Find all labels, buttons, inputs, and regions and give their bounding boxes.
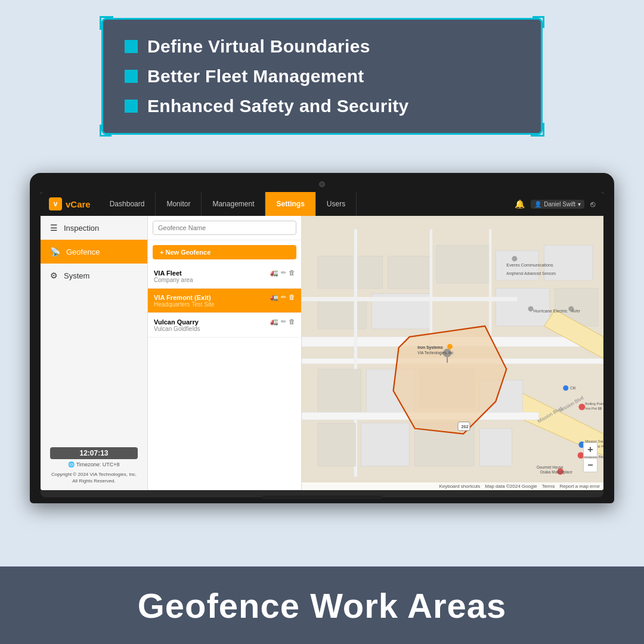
list-panel: + New Geofence VIA Fleet 🚛 ✏ 🗑	[148, 216, 302, 490]
nav-right: 🔔 👤 Daniel Swift ▾ ⎋	[506, 199, 603, 209]
map-footer: Keyboard shortcuts Map data ©2024 Google…	[302, 482, 603, 490]
tab-users[interactable]: Users	[316, 192, 357, 216]
bell-icon[interactable]: 🔔	[515, 199, 525, 209]
svg-rect-23	[361, 423, 409, 466]
sidebar-item-system-label: System	[64, 271, 89, 280]
geofence-row-2[interactable]: VIA Fremont (Exit) 🚛 ✏ 🗑 Headquarters Te…	[148, 289, 301, 313]
feature-item-2: Better Fleet Management	[125, 66, 519, 86]
map-area: Everex Communications Amphenol Advanced …	[302, 216, 603, 490]
geofence-row-1-header: VIA Fleet 🚛 ✏ 🗑	[154, 269, 295, 277]
svg-rect-5	[436, 245, 490, 283]
map-svg: Everex Communications Amphenol Advanced …	[302, 216, 603, 490]
map-data-attribution: Map data ©2024 Google	[485, 484, 537, 489]
truck-icon-3[interactable]: 🚛	[270, 318, 278, 326]
svg-point-42	[563, 385, 568, 391]
nav-logo: v vCare	[41, 197, 99, 210]
bottom-section: Geofence Work Areas	[0, 566, 644, 644]
svg-point-44	[578, 404, 585, 410]
zoom-out-button[interactable]: −	[583, 458, 597, 472]
laptop-outer: v vCare Dashboard Monitor Management Set…	[30, 173, 614, 503]
tab-settings[interactable]: Settings	[265, 192, 315, 216]
chevron-down-icon: ▾	[578, 201, 581, 208]
svg-text:VIA Technologies, Inc: VIA Technologies, Inc	[417, 351, 453, 355]
feature-text-1: Define Virtual Boundaries	[147, 36, 370, 57]
nav-tabs: Dashboard Monitor Management Settings Us…	[99, 192, 506, 216]
truck-icon-2[interactable]: 🚛	[270, 293, 278, 301]
svg-rect-25	[479, 429, 512, 466]
svg-rect-22	[318, 423, 355, 466]
sidebar-bottom: 12:07:13 🌐 Timezone: UTC+8 Copyright © 2…	[41, 441, 147, 490]
svg-text:262: 262	[461, 425, 468, 430]
feature-box-wrapper: Define Virtual Boundaries Better Fleet M…	[101, 18, 543, 135]
edit-icon-3[interactable]: ✏	[281, 318, 286, 326]
edit-icon-2[interactable]: ✏	[281, 293, 286, 301]
geofence-sub-3: Vulcan Goldfields	[154, 326, 295, 332]
sidebar-item-inspection[interactable]: ☰ Inspection	[41, 216, 147, 240]
geofence-name-1: VIA Fleet	[154, 270, 182, 277]
laptop-screen: v vCare Dashboard Monitor Management Set…	[41, 192, 603, 490]
new-geofence-button[interactable]: + New Geofence	[153, 245, 296, 259]
map-controls: + −	[583, 442, 597, 472]
logo-icon: v	[49, 197, 62, 210]
sidebar-item-inspection-label: Inspection	[64, 224, 99, 233]
logo-text: vCare	[66, 199, 91, 209]
logout-icon[interactable]: ⎋	[590, 199, 595, 209]
sidebar-item-geofence-label: Geofence	[66, 247, 100, 256]
svg-text:Hurricane Electric: Hurricane Electric	[534, 308, 568, 314]
sidebar: ☰ Inspection 📡 Geofence ⚙ System 12:07:1…	[41, 216, 148, 490]
svg-point-36	[568, 306, 574, 311]
bullet-icon-1	[125, 40, 138, 53]
laptop-camera	[319, 181, 325, 187]
map-terms-link[interactable]: Terms	[542, 484, 555, 489]
svg-text:Gourmet House: Gourmet House	[537, 465, 564, 469]
map-keyboard-shortcuts[interactable]: Keyboard shortcuts	[439, 484, 480, 489]
svg-text:Hot Pot $$: Hot Pot $$	[585, 407, 602, 410]
system-icon: ⚙	[50, 271, 58, 280]
row-actions-3: 🚛 ✏ 🗑	[270, 318, 295, 326]
time-badge: 12:07:13	[50, 447, 138, 459]
geofence-icon: 📡	[50, 247, 60, 256]
svg-text:Boiling Point: Boiling Point	[585, 402, 603, 405]
truck-icon-1[interactable]: 🚛	[270, 269, 278, 277]
geofence-list: VIA Fleet 🚛 ✏ 🗑 Company area	[148, 264, 301, 490]
search-input[interactable]	[153, 221, 296, 235]
geofence-row-1[interactable]: VIA Fleet 🚛 ✏ 🗑 Company area	[148, 264, 301, 289]
tab-management[interactable]: Management	[202, 192, 265, 216]
geofence-sub-2: Headquarters Test Site	[154, 301, 295, 308]
tab-monitor[interactable]: Monitor	[156, 192, 202, 216]
geofence-row-3[interactable]: Vulcan Quarry 🚛 ✏ 🗑 Vulcan Goldfields	[148, 313, 301, 338]
feature-text-3: Enhanced Safety and Security	[147, 96, 409, 116]
svg-rect-10	[496, 289, 549, 326]
delete-icon-2[interactable]: 🗑	[289, 293, 295, 301]
globe-icon: 🌐	[68, 462, 75, 467]
svg-text:Citi: Citi	[570, 386, 575, 390]
delete-icon-1[interactable]: 🗑	[289, 269, 295, 277]
laptop-base	[41, 490, 603, 497]
timezone-label: 🌐 Timezone: UTC+8	[50, 462, 138, 467]
feature-item-3: Enhanced Safety and Security	[125, 96, 519, 116]
device-wrapper: v vCare Dashboard Monitor Management Set…	[30, 173, 614, 503]
tab-dashboard[interactable]: Dashboard	[99, 192, 156, 216]
svg-rect-18	[318, 369, 361, 412]
geofence-row-3-header: Vulcan Quarry 🚛 ✏ 🗑	[154, 318, 295, 326]
svg-rect-4	[388, 256, 431, 288]
geofence-row-2-header: VIA Fremont (Exit) 🚛 ✏ 🗑	[154, 293, 295, 301]
corner-tr	[532, 16, 544, 28]
edit-icon-1[interactable]: ✏	[281, 269, 286, 277]
search-bar	[148, 216, 301, 240]
svg-point-39	[447, 344, 453, 349]
navbar: v vCare Dashboard Monitor Management Set…	[41, 192, 603, 216]
nav-user[interactable]: 👤 Daniel Swift ▾	[531, 200, 584, 209]
delete-icon-3[interactable]: 🗑	[289, 318, 295, 326]
svg-point-35	[528, 306, 534, 311]
corner-tl	[100, 16, 112, 28]
sidebar-item-geofence[interactable]: 📡 Geofence	[41, 240, 147, 264]
inspection-icon: ☰	[50, 223, 58, 233]
row-actions-1: 🚛 ✏ 🗑	[270, 269, 295, 277]
user-avatar-icon: 👤	[534, 201, 541, 208]
map-report-link[interactable]: Report a map error	[559, 484, 600, 489]
sidebar-item-system[interactable]: ⚙ System	[41, 264, 147, 287]
zoom-in-button[interactable]: +	[583, 442, 597, 457]
geofence-name-2: VIA Fremont (Exit)	[154, 294, 211, 301]
geofence-sub-1: Company area	[154, 277, 295, 283]
